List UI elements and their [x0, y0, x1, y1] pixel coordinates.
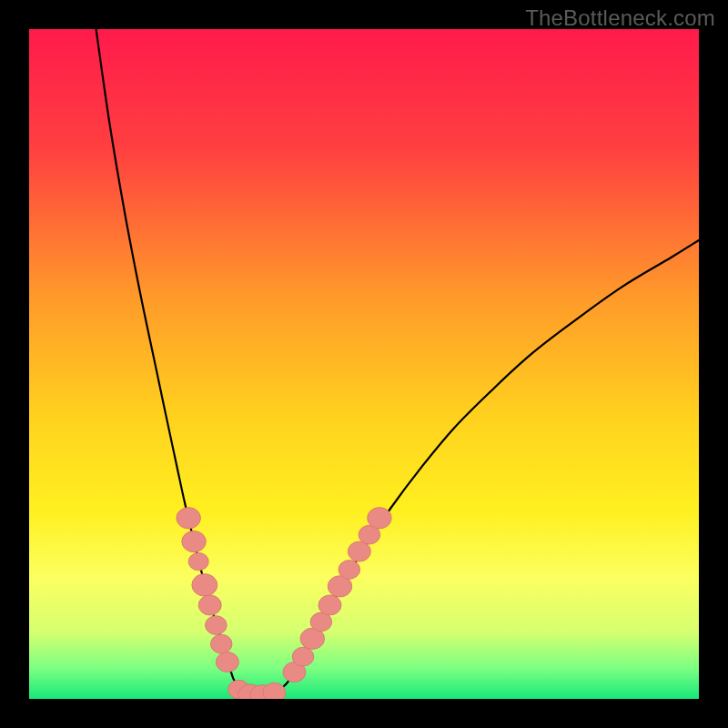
data-marker [206, 616, 228, 635]
chart-frame: TheBottleneck.com [0, 0, 728, 728]
data-marker [318, 595, 341, 615]
data-marker [192, 574, 217, 597]
watermark-text: TheBottleneck.com [525, 5, 715, 31]
data-marker [198, 595, 221, 615]
data-marker [182, 531, 206, 551]
data-marker [177, 508, 200, 529]
data-marker [188, 552, 208, 570]
data-marker [348, 541, 370, 561]
plot-area [29, 29, 699, 699]
data-marker [339, 561, 360, 580]
bottleneck-curve [96, 29, 699, 697]
data-marker [210, 634, 232, 653]
chart-svg [29, 29, 699, 699]
data-marker [263, 682, 286, 699]
marker-group [177, 508, 391, 699]
data-marker [292, 647, 314, 666]
series-group [96, 29, 699, 697]
data-marker [368, 508, 391, 529]
data-marker [216, 652, 238, 672]
